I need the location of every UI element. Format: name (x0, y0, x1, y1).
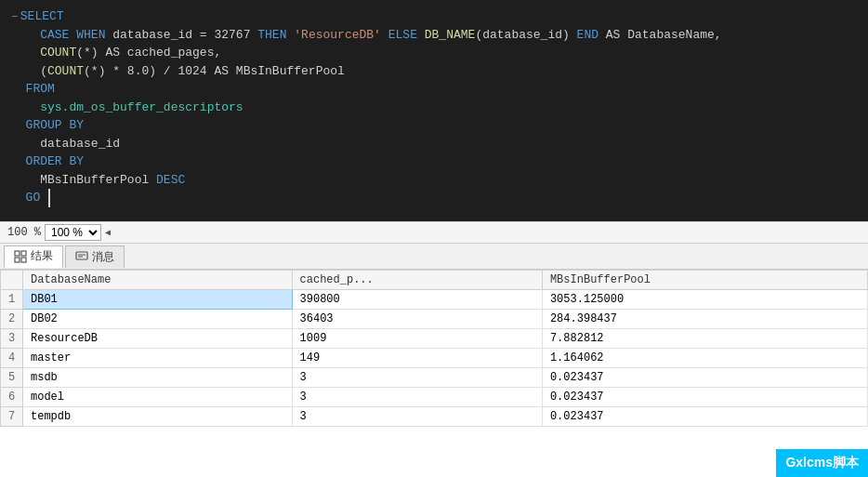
indent8 (11, 135, 40, 153)
cell-dbname: master (23, 349, 293, 368)
sql-kw-then: THEN (257, 26, 286, 45)
table-row[interactable]: 1DB013908003053.125000 (1, 290, 868, 310)
results-container: DatabaseName cached_p... MBsInBufferPool… (0, 270, 868, 477)
sql-orderby-col: MBsInBufferPool (40, 171, 156, 190)
sql-line-10: MBsInBufferPool DESC (11, 171, 857, 190)
sql-space (286, 26, 294, 45)
cell-rownum: 1 (1, 290, 23, 310)
cell-mbs: 0.023437 (542, 368, 867, 388)
sql-kw-groupby: GROUP BY (26, 116, 84, 135)
cell-mbs: 7.882812 (542, 329, 867, 349)
scroll-left-icon[interactable]: ◀ (105, 227, 111, 238)
cell-rownum: 3 (1, 329, 23, 349)
sql-fn-count2: COUNT (47, 62, 84, 81)
indent10 (11, 171, 40, 190)
indent7 (11, 116, 26, 135)
grid-icon (14, 250, 27, 263)
sql-col-dbid: database_id (40, 135, 120, 153)
col-header-cached: cached_p... (292, 271, 542, 290)
sql-line-3: COUNT (*) AS cached_pages, (11, 44, 857, 62)
sql-editor[interactable]: – SELECT CASE WHEN database_id = 32767 T… (0, 0, 868, 221)
cell-cached: 3 (292, 388, 542, 407)
sql-line-9: ORDER BY (11, 152, 857, 171)
cell-cached: 1009 (292, 329, 542, 349)
sql-count2-args: (*) * 8.0) / 1024 AS MBsInBufferPool (84, 62, 345, 81)
indent9 (11, 152, 26, 171)
cell-dbname: DB01 (23, 290, 293, 310)
cell-cached: 3 (292, 368, 542, 388)
cell-dbname: tempdb (23, 407, 293, 427)
indent11 (11, 189, 26, 207)
sql-line-11: GO (11, 189, 857, 207)
sql-line-4: ( COUNT (*) * 8.0) / 1024 AS MBsInBuffer… (11, 62, 857, 81)
svg-rect-1 (21, 251, 26, 256)
svg-rect-3 (21, 258, 26, 262)
col-header-mbs: MBsInBufferPool (542, 271, 867, 290)
sql-kw-else: ELSE (388, 26, 417, 45)
sql-fn-count1: COUNT (40, 44, 76, 62)
sql-line-6: sys.dm_os_buffer_descriptors (11, 99, 857, 117)
cell-cached: 3 (292, 407, 542, 427)
collapse-icon[interactable]: – (11, 7, 19, 26)
sql-dbname-args: (database_id) (475, 26, 576, 45)
table-row[interactable]: 7tempdb30.023437 (1, 407, 868, 427)
indent4: ( (11, 62, 47, 81)
svg-rect-0 (15, 251, 20, 256)
zoom-level: 100 % (7, 226, 41, 239)
sql-space2 (381, 26, 388, 45)
svg-rect-4 (76, 252, 87, 259)
table-row[interactable]: 4master1491.164062 (1, 349, 868, 368)
sql-space3 (417, 26, 425, 45)
tabs-bar: 结果 消息 (0, 244, 868, 270)
cell-dbname: DB02 (23, 310, 293, 329)
sql-line-8: database_id (11, 135, 857, 153)
col-header-rownum (1, 271, 23, 290)
sql-kw-desc: DESC (156, 171, 185, 190)
table-row[interactable]: 3ResourceDB10097.882812 (1, 329, 868, 349)
sql-line-2: CASE WHEN database_id = 32767 THEN 'Reso… (11, 26, 857, 45)
svg-rect-2 (15, 258, 20, 262)
sql-string-resourcedb: 'ResourceDB' (294, 26, 381, 45)
cell-rownum: 5 (1, 368, 23, 388)
sql-line-5: FROM (11, 80, 857, 99)
sql-kw-go: GO (26, 189, 41, 207)
sql-kw-orderby: ORDER BY (26, 152, 84, 171)
table-row[interactable]: 2DB0236403284.398437 (1, 310, 868, 329)
sql-line-1: – SELECT (11, 7, 857, 26)
sql-text: database_id = 32767 (105, 26, 257, 45)
results-table: DatabaseName cached_p... MBsInBufferPool… (0, 270, 868, 427)
sql-keyword-select: SELECT (20, 7, 64, 26)
results-table-area[interactable]: DatabaseName cached_p... MBsInBufferPool… (0, 270, 868, 477)
message-icon (75, 250, 88, 263)
sql-kw-from: FROM (26, 80, 55, 99)
cell-mbs: 3053.125000 (542, 290, 867, 310)
table-row[interactable]: 5msdb30.023437 (1, 368, 868, 388)
tab-results[interactable]: 结果 (4, 245, 63, 268)
cell-dbname: model (23, 388, 293, 407)
sql-fn-dbname: DB_NAME (425, 26, 476, 45)
watermark: Gxlcms脚本 (776, 449, 868, 477)
cell-rownum: 4 (1, 349, 23, 368)
sql-line-7: GROUP BY (11, 116, 857, 135)
tab-messages[interactable]: 消息 (65, 245, 125, 268)
cursor (41, 189, 50, 207)
table-row[interactable]: 6model30.023437 (1, 388, 868, 407)
zoom-select[interactable]: 100 % 75 % 125 % (45, 224, 101, 241)
sql-kw-case: CASE WHEN (40, 26, 105, 45)
cell-rownum: 6 (1, 388, 23, 407)
cell-mbs: 1.164062 (542, 349, 867, 368)
indent6 (11, 99, 40, 117)
indent5 (11, 80, 26, 99)
zoom-bar: 100 % 100 % 75 % 125 % ◀ (0, 221, 868, 244)
cell-cached: 36403 (292, 310, 542, 329)
cell-rownum: 7 (1, 407, 23, 427)
cell-mbs: 0.023437 (542, 388, 867, 407)
col-header-dbname: DatabaseName (23, 271, 293, 290)
sql-sys-obj: sys.dm_os_buffer_descriptors (40, 99, 243, 117)
cell-mbs: 0.023437 (542, 407, 867, 427)
cell-rownum: 2 (1, 310, 23, 329)
tab-messages-label: 消息 (92, 249, 114, 265)
sql-kw-end: END (577, 26, 598, 45)
indent (11, 26, 40, 45)
sql-as1: AS DatabaseName, (598, 26, 722, 45)
